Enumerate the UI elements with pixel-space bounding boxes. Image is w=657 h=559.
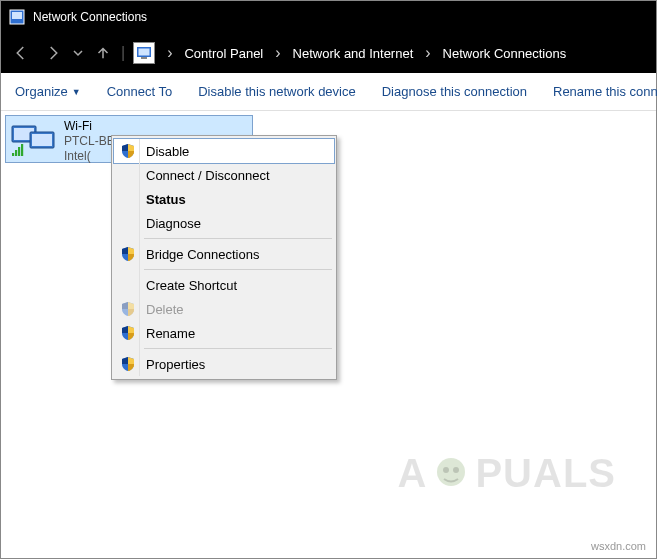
chevron-down-icon: ▼ <box>72 87 81 97</box>
window: Network Connections | › Control Panel › … <box>0 0 657 559</box>
shield-icon <box>118 323 138 343</box>
content-area: Wi-Fi PTCL-BB Intel( Disable Connect / D… <box>1 111 656 558</box>
connection-ssid: PTCL-BB <box>64 134 115 149</box>
titlebar: Network Connections <box>1 1 656 33</box>
connection-adapter: Intel( <box>64 149 115 164</box>
menu-item-diagnose[interactable]: Diagnose <box>114 211 334 235</box>
rename-connection-button[interactable]: Rename this conne <box>553 84 657 99</box>
connect-to-button[interactable]: Connect To <box>107 84 173 99</box>
mascot-icon <box>429 452 473 496</box>
location-icon[interactable] <box>133 42 155 64</box>
breadcrumb-network-internet[interactable]: Network and Internet <box>287 42 420 65</box>
menu-separator <box>144 269 332 270</box>
svg-rect-9 <box>12 12 22 19</box>
shield-icon <box>118 354 138 374</box>
site-credit: wsxdn.com <box>591 540 646 552</box>
context-menu: Disable Connect / Disconnect Status Diag… <box>111 135 337 380</box>
menu-separator <box>144 348 332 349</box>
network-adapter-icon <box>10 118 58 158</box>
organize-button[interactable]: Organize ▼ <box>15 84 81 99</box>
menu-item-rename[interactable]: Rename <box>114 321 334 345</box>
menu-item-bridge[interactable]: Bridge Connections <box>114 242 334 266</box>
menu-item-properties[interactable]: Properties <box>114 352 334 376</box>
menu-item-create-shortcut[interactable]: Create Shortcut <box>114 273 334 297</box>
menu-item-delete: Delete <box>114 297 334 321</box>
svg-point-15 <box>453 467 459 473</box>
breadcrumb-control-panel[interactable]: Control Panel <box>178 42 269 65</box>
shield-icon <box>118 299 138 319</box>
diagnose-connection-button[interactable]: Diagnose this connection <box>382 84 527 99</box>
window-title: Network Connections <box>33 10 147 24</box>
chevron-right-icon[interactable]: › <box>273 44 282 62</box>
connection-name: Wi-Fi <box>64 119 115 134</box>
recent-locations-button[interactable] <box>71 48 85 58</box>
command-bar: Organize ▼ Connect To Disable this netwo… <box>1 73 656 111</box>
menu-item-disable[interactable]: Disable <box>114 139 334 163</box>
up-button[interactable] <box>89 39 117 67</box>
disable-device-button[interactable]: Disable this network device <box>198 84 356 99</box>
shield-icon <box>118 141 138 161</box>
menu-item-connect-disconnect[interactable]: Connect / Disconnect <box>114 163 334 187</box>
control-panel-icon <box>9 9 25 25</box>
back-button[interactable] <box>7 39 35 67</box>
forward-button[interactable] <box>39 39 67 67</box>
menu-item-status[interactable]: Status <box>114 187 334 211</box>
watermark-logo: A PUALS <box>398 451 616 496</box>
chevron-right-icon[interactable]: › <box>423 44 432 62</box>
svg-rect-12 <box>141 57 147 59</box>
breadcrumb-network-connections[interactable]: Network Connections <box>437 42 573 65</box>
svg-rect-11 <box>139 49 150 56</box>
chevron-right-icon[interactable]: › <box>165 44 174 62</box>
address-bar: | › Control Panel › Network and Internet… <box>1 33 656 73</box>
menu-separator <box>144 238 332 239</box>
shield-icon <box>118 244 138 264</box>
svg-point-14 <box>443 467 449 473</box>
